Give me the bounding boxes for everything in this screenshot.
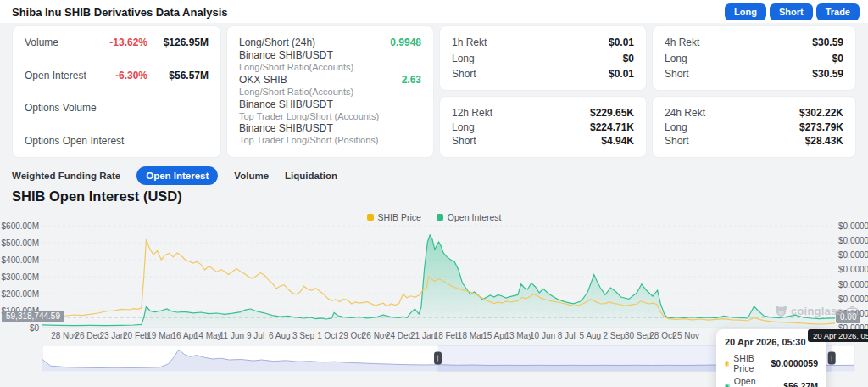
y-axis-label-left: $500.00M (0, 238, 39, 248)
shib-price-dot-icon (725, 361, 729, 367)
ratio-row-okx-accounts: OKX SHIBLong/Short Ratio(Accounts) 2.63 (239, 74, 421, 98)
tooltip-row-open-interest: Open Interest $56.27M (725, 376, 818, 387)
y-axis-label-right: $0.0000 (838, 280, 868, 289)
trade-button[interactable]: Trade (816, 3, 860, 20)
stat-label: Volume (25, 36, 58, 48)
ratio-title: Long/Short (24h) (239, 36, 315, 48)
ratio-title: Binance SHIB/USDT (239, 49, 333, 61)
tooltip-row-price: SHIB Price $0.0000059 (725, 353, 818, 373)
open-interest-dot-icon (725, 384, 730, 387)
stat-row-volume: Volume -13.62% $126.95M (25, 36, 209, 48)
rekt-total: $229.65K (590, 107, 634, 119)
rekt-short-label: Short (665, 68, 689, 80)
x-axis-label: 25 Nov (667, 331, 704, 340)
y-axis-label-left: $400.00M (0, 255, 39, 265)
rekt-title: 1h Rekt (452, 36, 487, 48)
rekt-short-value: $0.01 (609, 68, 634, 80)
long-button[interactable]: Long (725, 3, 766, 20)
ratio-row-24h: Long/Short (24h) 0.9948 (239, 36, 421, 49)
coinglass-watermark: coinglass (775, 305, 858, 317)
rekt-card-24h: 24h Rekt$302.22K Long$273.79K Short$28.4… (652, 96, 856, 158)
rekt-title: 4h Rekt (665, 36, 699, 48)
rekt-long-value: $0 (623, 53, 634, 64)
open-interest-area (42, 235, 835, 328)
long-short-ratio-card: Long/Short (24h) 0.9948 Binance SHIB/USD… (226, 25, 434, 158)
rekt-long-value: $0 (832, 53, 843, 64)
tab-liquidation[interactable]: Liquidation (285, 171, 337, 181)
ratio-subtitle: Top Trader Long/Short (Accounts) (239, 111, 379, 123)
tooltip-value: $56.27M (783, 381, 818, 387)
rekt-total: $30.59 (812, 36, 843, 48)
stat-row-options-volume: Options Volume (25, 102, 209, 114)
stat-label: Options Open Interest (25, 135, 124, 147)
y-axis-label-right: $0.0000 (838, 265, 868, 274)
coinglass-logo-icon (775, 305, 787, 317)
watermark-text: coinglass (791, 305, 843, 317)
y-axis-label-left: $0 (0, 323, 39, 333)
rekt-short-label: Short (665, 135, 689, 147)
tooltip-label: SHIB Price (733, 353, 766, 373)
stat-change: -13.62% (109, 36, 147, 48)
stat-label: Options Volume (25, 102, 97, 114)
ratio-subtitle: Top Trader Long/Short (Positions) (239, 135, 378, 147)
rekt-total: $0.01 (609, 36, 634, 48)
tooltip-label: Open Interest (734, 376, 779, 387)
rekt-long-value: $273.79K (799, 121, 843, 133)
tooltip-value: $0.0000059 (771, 358, 818, 368)
rekt-short-value: $30.59 (812, 68, 843, 80)
y-axis-label-right: $0.0000 (838, 236, 868, 245)
rekt-long-label: Long (452, 53, 475, 64)
y-axis-label-right: $0.0000 (838, 222, 868, 231)
ratio-title: Binance SHIB/USDT (239, 122, 333, 134)
camera-icon[interactable] (847, 306, 858, 316)
crosshair-date-badge: 20 Apr 2026, 05:30 (808, 329, 868, 342)
stat-row-open-interest: Open Interest -6.30% $56.57M (25, 70, 209, 81)
ratio-row-top-trader-accounts: Binance SHIB/USDTTop Trader Long/Short (… (239, 98, 421, 123)
ratio-row-top-trader-positions: Binance SHIB/USDTTop Trader Long/Short (… (239, 122, 421, 147)
rekt-title: 24h Rekt (665, 107, 705, 119)
stat-label: Open Interest (25, 70, 86, 81)
rekt-long-label: Long (665, 53, 687, 64)
rekt-long-label: Long (665, 121, 687, 133)
ratio-subtitle: Long/Short Ratio(Accounts) (239, 62, 353, 74)
current-open-interest-badge: 59,318,744.59 (2, 311, 64, 322)
rekt-short-label: Short (452, 68, 476, 80)
y-axis-label-left: $300.00M (0, 272, 39, 282)
top-actions: Long Short Trade (725, 3, 860, 20)
rekt-short-label: Short (452, 135, 476, 147)
rekt-card-1h: 1h Rekt$0.01 Long$0 Short$0.01 (439, 25, 647, 91)
y-axis-label-left: $600.00M (0, 222, 39, 231)
tab-volume[interactable]: Volume (234, 171, 269, 181)
rekt-short-value: $4.94K (601, 135, 634, 147)
stat-row-options-open-interest: Options Open Interest (25, 135, 209, 147)
chart-tabs: Weighted Funding Rate Open Interest Volu… (12, 166, 337, 185)
ratio-title: OKX SHIB (239, 74, 287, 86)
chart-title: SHIB Open Interest (USD) (12, 188, 182, 205)
rekt-card-4h: 4h Rekt$30.59 Long$0 Short$30.59 (652, 25, 856, 91)
stat-value: $56.57M (147, 70, 209, 81)
rekt-short-value: $28.43K (805, 135, 843, 147)
rekt-total: $302.22K (799, 107, 843, 119)
ratio-subtitle: Long/Short Ratio(Accounts) (239, 87, 353, 98)
y-axis-label-right: $0.0000 (838, 250, 868, 260)
short-button[interactable]: Short (770, 3, 813, 20)
stat-change: -6.30% (115, 70, 147, 81)
rekt-long-label: Long (452, 121, 475, 133)
ratio-title: Binance SHIB/USDT (239, 98, 333, 110)
ratio-value: 2.63 (402, 74, 421, 86)
rekt-long-value: $224.71K (590, 121, 634, 133)
tab-weighted-funding-rate[interactable]: Weighted Funding Rate (12, 171, 120, 181)
y-axis-label-left: $200.00M (0, 289, 39, 299)
ratio-row-binance-accounts: Binance SHIB/USDTLong/Short Ratio(Accoun… (239, 49, 421, 74)
rekt-card-12h: 12h Rekt$229.65K Long$224.71K Short$4.94… (439, 96, 647, 158)
tab-open-interest[interactable]: Open Interest (136, 166, 218, 185)
tooltip-date: 20 Apr 2026, 05:30 (725, 337, 818, 347)
y-axis-label-right: $0.0000 (838, 294, 868, 304)
market-stats-card: Volume -13.62% $126.95M Open Interest -6… (12, 25, 221, 158)
rekt-title: 12h Rekt (452, 107, 492, 119)
ratio-value: 0.9948 (390, 36, 421, 48)
stat-value: $126.95M (147, 36, 209, 48)
page-title: Shiba Inu SHIB Derivatives Data Analysis (12, 6, 228, 19)
